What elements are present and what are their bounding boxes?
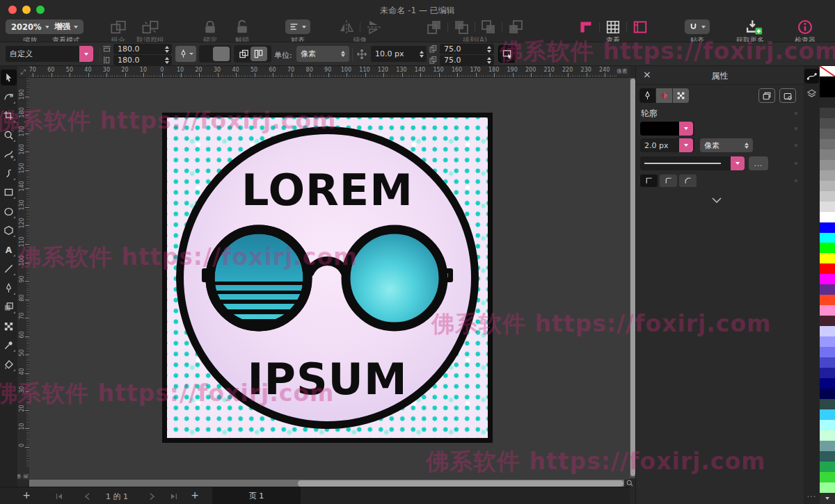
transparency-tab-button[interactable]	[673, 88, 689, 103]
tabstrip-overflow-button[interactable]: ...	[804, 490, 820, 499]
palette-swatch-a8ffff-34[interactable]	[820, 420, 835, 430]
outline-width-chevron[interactable]	[679, 138, 693, 152]
palette-swatch-000000-2[interactable]	[820, 87, 835, 97]
palette-swatch-709e9e-36[interactable]	[820, 441, 835, 451]
palette-swatch-ffff00-18[interactable]	[820, 253, 835, 263]
drop-shadow-tool[interactable]	[1, 299, 17, 315]
outline-unit-select[interactable]: 像素	[700, 138, 753, 152]
palette-swatch-21a64f-38[interactable]	[820, 462, 835, 472]
palette-swatch-0000ff-15[interactable]	[820, 222, 835, 233]
duplicate-x-field[interactable]: 75.0	[440, 44, 494, 54]
inspector-icon[interactable]	[797, 20, 813, 34]
fill-tool[interactable]	[1, 357, 17, 373]
vertical-scrollbar[interactable]	[630, 78, 635, 478]
horizontal-ruler[interactable]: 像素 7060504030201001020304050607080901001…	[29, 66, 630, 78]
palette-swatch-ffffff-14[interactable]	[820, 212, 835, 222]
back-one-icon[interactable]	[507, 20, 524, 34]
palette-swatch-99ff99-40[interactable]	[820, 482, 835, 493]
nudge-stepper[interactable]	[418, 51, 427, 58]
line-style-more-button[interactable]: ...	[749, 156, 768, 170]
mirror-vertical-icon[interactable]	[367, 19, 381, 35]
tab-properties[interactable]	[804, 69, 819, 83]
landscape-button[interactable]	[213, 47, 230, 61]
palette-swatch-3b3b3b-4[interactable]	[820, 108, 835, 118]
forward-one-icon[interactable]	[480, 20, 497, 34]
palette-swatch-b5b5b5-11[interactable]	[820, 181, 835, 191]
add-page-button-2[interactable]: +	[189, 489, 200, 501]
lock-icon[interactable]	[202, 20, 218, 34]
align-dropdown[interactable]	[285, 19, 310, 34]
line-style-dropdown[interactable]	[640, 156, 745, 170]
pick-tool[interactable]	[1, 70, 17, 86]
smart-drawing-tool[interactable]	[1, 165, 17, 181]
previous-page-icon[interactable]	[83, 491, 93, 500]
polygon-tool[interactable]	[1, 222, 17, 238]
text-tool[interactable]: A	[1, 242, 17, 258]
horizontal-scrollbar[interactable]	[29, 480, 624, 487]
corner-miter-button[interactable]	[640, 174, 658, 187]
nudge-field[interactable]: 10.0 px	[371, 46, 427, 62]
palette-swatch-c9c9c9-12[interactable]	[820, 191, 835, 202]
all-pages-icon[interactable]	[239, 49, 249, 59]
zoom-tool[interactable]	[1, 127, 17, 143]
palette-swatch-45222b-24[interactable]	[820, 316, 835, 326]
page-width-stepper[interactable]	[163, 46, 172, 53]
eyedropper-tool[interactable]	[1, 337, 17, 353]
page-preset-dropdown[interactable]: 自定义	[6, 46, 93, 62]
outline-color-dropdown[interactable]	[640, 122, 694, 136]
to-front-icon[interactable]	[426, 20, 443, 34]
palette-swatch-7373f2-27[interactable]	[820, 347, 835, 357]
page-height-field[interactable]: 180.0	[113, 55, 172, 65]
mirror-horizontal-icon[interactable]	[338, 20, 355, 34]
ungroup-icon[interactable]	[142, 20, 159, 34]
snap-dropdown[interactable]	[685, 19, 710, 34]
palette-swatch-808080-8[interactable]	[820, 149, 835, 160]
duplicate-x-stepper[interactable]	[485, 46, 494, 53]
unlock-icon[interactable]	[234, 20, 250, 34]
transparency-tool[interactable]	[1, 318, 17, 334]
palette-swatch-00ffff-16[interactable]	[820, 233, 835, 243]
palette-swatch-38d938-39[interactable]	[820, 472, 835, 482]
unit-select[interactable]: 像素	[296, 46, 349, 62]
duplicate-y-stepper[interactable]	[485, 57, 494, 64]
copy-outline-button[interactable]	[758, 88, 775, 103]
palette-scroll-down-button[interactable]	[820, 493, 835, 504]
next-page-icon[interactable]	[147, 491, 157, 500]
page-options-dropdown[interactable]	[175, 46, 196, 62]
palette-swatch-4d4d4d-5[interactable]	[820, 118, 835, 129]
palette-swatch-ccccff-25[interactable]	[820, 326, 835, 336]
to-back-icon[interactable]	[453, 20, 470, 34]
drawing-canvas[interactable]: LOREM IPSUM	[29, 78, 630, 480]
curve-tool[interactable]	[1, 146, 17, 162]
add-page-button[interactable]: +	[21, 489, 32, 501]
paste-outline-button[interactable]	[779, 88, 796, 103]
page-border-toggle-icon[interactable]	[632, 20, 649, 34]
horizontal-scrollbar-thumb[interactable]	[298, 480, 623, 487]
palette-swatch-none[interactable]	[820, 66, 835, 76]
rulers-toggle-icon[interactable]	[578, 20, 594, 34]
page-tab[interactable]: 页 1	[212, 487, 301, 504]
crop-tool[interactable]	[1, 108, 17, 124]
ellipse-tool[interactable]	[1, 204, 17, 220]
palette-swatch-ff8fcf-23[interactable]	[820, 305, 835, 316]
combine-icon[interactable]	[110, 20, 127, 34]
palette-swatch-000000-1[interactable]	[820, 76, 835, 87]
palette-swatch-ff00ff-20[interactable]	[820, 274, 835, 284]
palette-swatch-c9ffdb-35[interactable]	[820, 430, 835, 441]
palette-swatch-919191-9[interactable]	[820, 160, 835, 170]
palette-swatch-262626-3[interactable]	[820, 97, 835, 108]
palette-swatch-9999ff-26[interactable]	[820, 336, 835, 347]
duplicate-y-field[interactable]: 75.0	[440, 55, 494, 65]
palette-swatch-00004f-31[interactable]	[820, 389, 835, 399]
line-tool[interactable]	[1, 261, 17, 277]
fill-tab-button[interactable]	[656, 88, 672, 103]
shape-tool[interactable]	[1, 89, 17, 105]
artboard-page[interactable]: LOREM IPSUM	[162, 113, 493, 443]
corner-bevel-button[interactable]	[679, 174, 697, 187]
section-expand-chevron[interactable]	[712, 193, 722, 206]
last-page-icon[interactable]	[168, 491, 178, 500]
preset-chevron-button[interactable]	[79, 46, 93, 62]
palette-swatch-ff471f-22[interactable]	[820, 295, 835, 305]
palette-swatch-5e2d91-21[interactable]	[820, 284, 835, 295]
palette-swatch-ff0000-19[interactable]	[820, 263, 835, 274]
